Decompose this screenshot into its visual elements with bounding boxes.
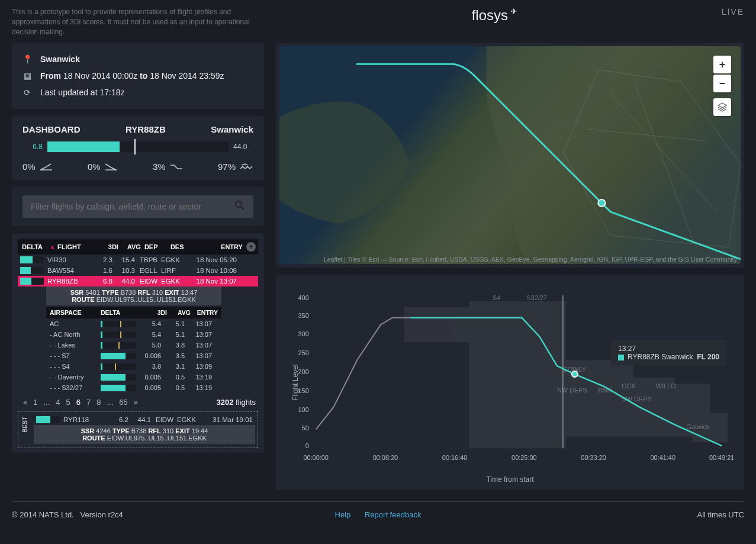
svg-text:200: 200	[298, 368, 309, 375]
airspace-row[interactable]: - - - S4 3.83.113:09	[46, 361, 221, 372]
page-link[interactable]: «	[20, 398, 30, 407]
map-panel[interactable]: + − Leaflet | Tiles © Esri — Source: Esr…	[276, 43, 744, 268]
flight-profile-svg[interactable]: S4 S32/27 COWLY NW DEPS BNN OCK WILLO SW…	[287, 283, 734, 472]
svg-text:00:00:00: 00:00:00	[303, 454, 328, 461]
airspace-row[interactable]: - - Lakes 5.03.813:07	[46, 340, 221, 350]
plane-icon: ✈	[510, 7, 517, 16]
svg-text:300: 300	[298, 331, 309, 338]
zoom-in-button[interactable]: +	[713, 56, 731, 73]
svg-text:NW DEPS: NW DEPS	[557, 387, 587, 394]
svg-text:0: 0	[305, 443, 309, 450]
flight-route-line	[279, 46, 741, 264]
flights-table-card: DELTA▲ FLIGHT 3DI AVG DEP DES ENTRY + VI…	[12, 233, 264, 453]
page-link[interactable]: 65	[116, 398, 130, 407]
svg-text:400: 400	[298, 294, 309, 301]
svg-text:00:41:40: 00:41:40	[651, 454, 675, 461]
page-link[interactable]: ...	[104, 398, 116, 407]
dashboard-callsign: RYR88ZB	[126, 124, 166, 134]
dashboard-region[interactable]: Swanwick	[211, 124, 253, 134]
live-indicator: LIVE	[722, 7, 744, 17]
search-card	[12, 187, 264, 226]
svg-text:00:08:20: 00:08:20	[373, 454, 398, 461]
location-name: Swanwick	[40, 54, 80, 64]
help-link[interactable]: Help	[335, 510, 351, 519]
svg-line-1	[241, 207, 244, 210]
sort-arrow-icon[interactable]: ▲	[50, 244, 55, 250]
table-row[interactable]: VIR302.3 15.4TBPB EGKK18 Nov 05:20	[18, 255, 258, 265]
svg-text:350: 350	[298, 312, 309, 319]
chart-tooltip: 13:27 RYR88ZB Swanwick FL 200	[611, 340, 726, 366]
svg-text:Gatwick: Gatwick	[687, 424, 710, 431]
svg-text:OCK: OCK	[622, 382, 636, 390]
search-input[interactable]	[22, 195, 226, 218]
add-column-button[interactable]: +	[246, 242, 256, 252]
page-link[interactable]: 6	[73, 398, 83, 407]
dashboard-card: DASHBOARD RYR88ZB Swanwick 6.8 44.0 0% 0…	[12, 116, 264, 180]
series-swatch-icon	[618, 355, 624, 360]
location-icon: 📍	[22, 54, 32, 64]
cruise-icon	[239, 163, 253, 171]
dashboard-label[interactable]: DASHBOARD	[22, 124, 81, 134]
svg-point-0	[236, 201, 242, 207]
airspace-row[interactable]: - AC North 5.45.113:07	[46, 329, 221, 340]
y-axis-label: Flight Level	[291, 364, 300, 400]
info-card: 📍 Swanwick ▦ From 18 Nov 2014 00:00z to …	[12, 43, 264, 109]
search-icon[interactable]	[226, 200, 253, 213]
table-header: DELTA▲ FLIGHT 3DI AVG DEP DES ENTRY +	[18, 239, 258, 255]
table-row[interactable]: RYR88ZB6.8 44.0EIDW EGKK18 Nov 13:07	[18, 276, 258, 287]
map-attribution: Leaflet | Tiles © Esri — Source: Esri, i…	[324, 256, 737, 263]
page-link[interactable]: 4	[53, 398, 63, 407]
best-row[interactable]: RYR118 6.2 44.1 EIDW EGKK 31 Mar 19:01	[34, 414, 255, 425]
layers-button[interactable]	[713, 98, 731, 116]
flight-detail: SSR 5401 TYPE B738 RFL 310 EXIT 13:47 RO…	[46, 287, 221, 305]
timezone-note: All times UTC	[697, 510, 744, 519]
footer: © 2014 NATS Ltd. Version r2c4 Help Repor…	[12, 501, 744, 527]
svg-point-39	[572, 371, 578, 377]
svg-text:100: 100	[298, 406, 309, 413]
airspace-header: AIRSPACE DELTA 3DI AVG ENTRY	[46, 307, 221, 318]
page-link[interactable]: »	[131, 398, 141, 407]
pagination: «1...45678...65» 3202 flights	[18, 393, 258, 409]
landing-icon	[104, 163, 118, 171]
svg-text:150: 150	[298, 387, 309, 394]
airspace-row[interactable]: AC 5.45.113:07	[46, 318, 221, 329]
takeoff-icon	[39, 163, 53, 171]
profile-chart: Flight Level S4 S32/27 COWLY NW DEPS	[276, 275, 744, 490]
phase-percentages: 0% 0% 3% 97%	[22, 158, 253, 172]
svg-text:50: 50	[302, 425, 309, 432]
svg-text:S32/27: S32/27	[526, 294, 547, 301]
svg-text:00:25:00: 00:25:00	[511, 454, 536, 461]
svg-text:00:33:20: 00:33:20	[581, 454, 606, 461]
descent-icon	[169, 163, 184, 171]
svg-text:S4: S4	[493, 294, 500, 301]
feedback-link[interactable]: Report feedback	[365, 510, 421, 519]
delta-bar: 6.8 44.0	[22, 138, 253, 158]
svg-text:WILLO: WILLO	[656, 382, 676, 390]
calendar-icon: ▦	[22, 71, 32, 81]
disclaimer-text: This is a prototype tool to provide repr…	[12, 7, 266, 37]
page-link[interactable]: 5	[63, 398, 73, 407]
table-row[interactable]: BAW5541.6 10.3EGLL LIRF18 Nov 10:08	[18, 265, 258, 276]
page-link[interactable]: 7	[83, 398, 94, 407]
svg-rect-7	[469, 301, 527, 448]
airspace-row[interactable]: - - - S7 0.0063.513:07	[46, 350, 221, 361]
airspace-row[interactable]: - - - S32/27 0.0050.513:19	[46, 382, 221, 393]
page-link[interactable]: 1	[30, 398, 40, 407]
last-updated: Last updated at 17:18z	[40, 88, 124, 97]
airspace-row[interactable]: - - Daventry 0.0050.513:19	[46, 372, 221, 382]
brand-logo: flosys✈	[472, 7, 516, 24]
svg-text:250: 250	[298, 350, 309, 357]
page-link[interactable]: ...	[40, 398, 53, 407]
x-axis-label: Time from start	[287, 474, 734, 484]
svg-point-5	[598, 199, 605, 207]
svg-text:00:49:21: 00:49:21	[709, 454, 734, 461]
svg-text:00:16:40: 00:16:40	[442, 454, 467, 461]
zoom-out-button[interactable]: −	[713, 75, 731, 92]
best-flight-box: BEST RYR118 6.2 44.1 EIDW EGKK 31 Mar 19…	[18, 411, 258, 448]
version: Version r2c4	[81, 510, 123, 519]
page-link[interactable]: 8	[94, 398, 104, 407]
copyright: © 2014 NATS Ltd.	[12, 510, 74, 519]
refresh-icon[interactable]: ⟳	[22, 88, 32, 97]
date-range: From 18 Nov 2014 00:00z to 18 Nov 2014 2…	[40, 71, 224, 81]
